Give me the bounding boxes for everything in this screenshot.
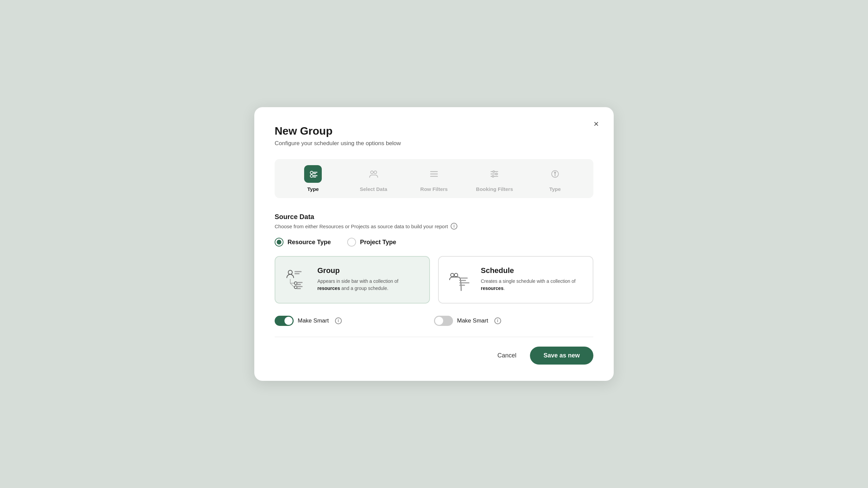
svg-line-28 xyxy=(290,283,294,287)
schedule-smart-label: Make Smart xyxy=(457,317,488,324)
radio-resource-circle xyxy=(275,238,283,247)
type2-step-icon xyxy=(546,165,564,183)
svg-point-21 xyxy=(554,172,556,174)
svg-point-35 xyxy=(451,273,454,277)
group-card-title: Group xyxy=(317,266,420,275)
svg-point-0 xyxy=(310,171,313,174)
row-filters-step-icon xyxy=(425,165,443,183)
wizard-step-booking-filters-label: Booking Filters xyxy=(476,186,513,192)
wizard-step-type2[interactable]: Type xyxy=(525,165,585,192)
cancel-button[interactable]: Cancel xyxy=(491,348,523,363)
schedule-card-icon xyxy=(447,266,474,293)
radio-project-label: Project Type xyxy=(360,239,396,246)
source-data-section: Source Data Choose from either Resources… xyxy=(275,213,593,326)
svg-point-3 xyxy=(310,175,313,177)
schedule-card-desc: Creates a single schedule with a collect… xyxy=(481,278,583,292)
radio-resource-label: Resource Type xyxy=(288,239,331,246)
schedule-smart-section: Make Smart i xyxy=(434,316,593,326)
source-data-info-icon[interactable]: i xyxy=(451,223,457,230)
wizard-steps: Type Select Data Row Filters xyxy=(275,159,593,198)
modal-title: New Group xyxy=(275,125,593,137)
svg-point-23 xyxy=(288,270,292,274)
source-data-title: Source Data xyxy=(275,213,593,221)
wizard-step-booking-filters[interactable]: Booking Filters xyxy=(464,165,525,192)
schedule-smart-info-icon[interactable]: i xyxy=(494,317,501,324)
smart-sections: Make Smart i Make Smart i xyxy=(275,316,593,326)
group-card[interactable]: Group Appears in side bar with a collect… xyxy=(275,256,430,304)
wizard-step-type-label: Type xyxy=(307,186,319,192)
svg-point-19 xyxy=(492,176,494,177)
svg-point-6 xyxy=(371,171,373,174)
wizard-step-type2-label: Type xyxy=(549,186,561,192)
radio-resource-type[interactable]: Resource Type xyxy=(275,238,331,247)
wizard-step-type[interactable]: Type xyxy=(283,165,343,192)
group-card-icon xyxy=(283,266,311,293)
svg-point-36 xyxy=(454,273,458,277)
schedule-card[interactable]: Schedule Creates a single schedule with … xyxy=(438,256,593,304)
modal-footer: Cancel Save as new xyxy=(275,347,593,365)
wizard-step-row-filters-label: Row Filters xyxy=(420,186,448,192)
new-group-modal: × New Group Configure your scheduler usi… xyxy=(254,107,614,381)
group-toggle-thumb xyxy=(284,317,293,325)
svg-point-7 xyxy=(374,171,377,174)
radio-project-type[interactable]: Project Type xyxy=(347,238,396,247)
wizard-step-select-data[interactable]: Select Data xyxy=(343,165,403,192)
source-data-description: Choose from either Resources or Projects… xyxy=(275,223,593,230)
schedule-card-content: Schedule Creates a single schedule with … xyxy=(481,266,583,292)
booking-filters-step-icon xyxy=(486,165,503,183)
type-cards: Group Appears in side bar with a collect… xyxy=(275,256,593,304)
select-data-step-icon xyxy=(365,165,382,183)
close-button[interactable]: × xyxy=(594,119,599,128)
schedule-toggle-thumb xyxy=(435,317,443,325)
svg-point-16 xyxy=(496,173,497,175)
wizard-step-select-data-label: Select Data xyxy=(360,186,387,192)
radio-group: Resource Type Project Type xyxy=(275,238,593,247)
schedule-card-title: Schedule xyxy=(481,266,583,275)
modal-subtitle: Configure your scheduler using the optio… xyxy=(275,140,593,147)
group-card-desc: Appears in side bar with a collection of… xyxy=(317,278,420,292)
type-step-icon xyxy=(304,165,322,183)
save-as-new-button[interactable]: Save as new xyxy=(530,347,593,365)
wizard-step-row-filters[interactable]: Row Filters xyxy=(404,165,464,192)
group-smart-label: Make Smart xyxy=(298,317,329,324)
group-smart-info-icon[interactable]: i xyxy=(335,317,342,324)
schedule-smart-toggle[interactable] xyxy=(434,316,453,326)
group-smart-toggle[interactable] xyxy=(275,316,294,326)
group-smart-section: Make Smart i xyxy=(275,316,434,326)
group-card-content: Group Appears in side bar with a collect… xyxy=(317,266,420,292)
footer-divider xyxy=(275,337,593,337)
svg-point-13 xyxy=(493,171,495,173)
radio-project-circle xyxy=(347,238,356,247)
